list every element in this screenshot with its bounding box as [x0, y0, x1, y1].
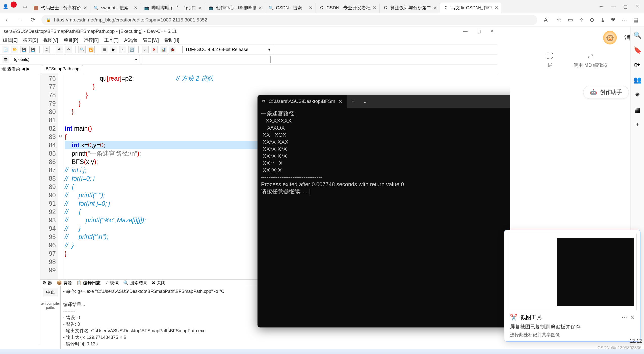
- menu-item[interactable]: AStyle: [124, 38, 137, 43]
- terminal-new-tab[interactable]: +: [347, 99, 359, 104]
- plus-icon[interactable]: +: [635, 121, 639, 129]
- symbols-select[interactable]: [142, 56, 271, 63]
- star-icon[interactable]: ✴: [635, 91, 640, 99]
- start-icon[interactable]: [5, 349, 14, 354]
- abort-button[interactable]: 中止: [43, 288, 58, 296]
- fullscreen-button[interactable]: ⛶ 屏: [547, 52, 553, 68]
- tb-find-icon[interactable]: 🔍: [79, 46, 86, 53]
- tab-close-icon[interactable]: ✕: [309, 5, 313, 11]
- file-tab[interactable]: BFSmapPath.cpp: [42, 65, 83, 73]
- tb-redo-icon[interactable]: ↷: [65, 46, 72, 53]
- output-tab[interactable]: 🔍 搜索结果: [123, 280, 147, 286]
- tb-debug-icon[interactable]: ✓: [142, 46, 149, 53]
- md-editor-button[interactable]: ⇄ 使用 MD 编辑器: [573, 52, 607, 68]
- tb-saveall-icon[interactable]: 💾: [29, 46, 36, 53]
- tb-rebuild-icon[interactable]: 🔄: [128, 46, 135, 53]
- avatar[interactable]: 🐵: [603, 31, 617, 44]
- tb-print-icon[interactable]: 🖨: [43, 46, 50, 53]
- tb-new-icon[interactable]: 📄: [2, 46, 9, 53]
- terminal-window[interactable]: ⧉ C:\Users\ASUS\Desktop\BFSm ✕ + ⌄ 一条迷宫路…: [257, 95, 540, 327]
- browser-tab[interactable]: C算法设计与分析第二✕: [380, 3, 440, 13]
- extensions-icon[interactable]: ⊕: [590, 17, 594, 23]
- tb-compile-icon[interactable]: ▦: [101, 46, 108, 53]
- tb-compile-run-icon[interactable]: ⏯: [119, 46, 126, 53]
- terminal-dropdown-icon[interactable]: ⌄: [359, 98, 371, 104]
- snip-close-icon[interactable]: ✕: [630, 314, 635, 321]
- tb-run-icon[interactable]: ▶: [110, 46, 117, 53]
- snip-notification[interactable]: ✂️ 截图工具 ⋯ ✕ 屏幕截图已复制到剪贴板并保存 选择此处标记并共享图像: [504, 230, 640, 342]
- more-icon[interactable]: ⋯: [622, 17, 627, 23]
- people-icon[interactable]: 👥: [633, 76, 641, 84]
- menu-item[interactable]: 视图[V]: [43, 37, 58, 43]
- sidebar-tab[interactable]: ▶: [27, 66, 30, 72]
- tab-close-icon[interactable]: ✕: [433, 5, 437, 11]
- compiler-select[interactable]: TDM-GCC 4.9.2 64-bit Release ▾: [182, 46, 273, 53]
- browser-tab[interactable]: 🔍swprint - 搜索✕: [90, 3, 141, 13]
- menu-item[interactable]: 工具[T]: [104, 37, 119, 43]
- terminal-tab-close-icon[interactable]: ✕: [338, 99, 342, 104]
- taskbar[interactable]: [0, 349, 644, 354]
- output-tab[interactable]: ⚙ 器: [42, 280, 52, 286]
- menu-item[interactable]: 搜索[S]: [23, 37, 38, 43]
- favorites-bar-icon[interactable]: ✧: [579, 17, 584, 23]
- tb-debug2-icon[interactable]: 🐞: [169, 46, 176, 53]
- sidebar-tab[interactable]: 理: [2, 66, 6, 72]
- maximize-icon[interactable]: ▢: [623, 4, 628, 9]
- tb-save-icon[interactable]: 💾: [20, 46, 27, 53]
- workspaces-icon[interactable]: ▭: [22, 4, 28, 10]
- creative-assistant-button[interactable]: 🤖 创作助手: [583, 86, 629, 99]
- output-tab[interactable]: ✓ 调试: [105, 280, 119, 286]
- search-icon[interactable]: 🔍: [633, 31, 641, 39]
- favorite-icon[interactable]: ☆: [557, 17, 562, 23]
- downloads-icon[interactable]: ⤓: [600, 17, 605, 23]
- tb-replace-icon[interactable]: 🔁: [88, 46, 95, 53]
- tab-close-icon[interactable]: ✕: [83, 5, 87, 11]
- url-input[interactable]: 🔒 https://mp.csdn.net/mp_blog/creation/e…: [41, 15, 537, 25]
- profile-icon[interactable]: 👤: [3, 4, 9, 10]
- devcpp-maximize-icon[interactable]: ▢: [477, 29, 481, 34]
- snip-more-icon[interactable]: ⋯: [622, 314, 627, 321]
- browser-tab[interactable]: 🔍CSDN - 搜索✕: [265, 3, 316, 13]
- browser-tab[interactable]: 📺创作中心 - 哔哩哔哩✕: [205, 3, 265, 13]
- tab-close-icon[interactable]: ✕: [134, 5, 138, 11]
- output-tab[interactable]: 📋 编译日志: [76, 280, 100, 286]
- tb-profile-icon[interactable]: 📊: [160, 46, 167, 53]
- collections-icon[interactable]: ▭: [568, 17, 573, 23]
- tag-icon[interactable]: 🔖: [633, 46, 641, 54]
- menu-item[interactable]: 运行[R]: [84, 37, 99, 43]
- read-aloud-icon[interactable]: A⁺: [544, 17, 551, 23]
- globals-select[interactable]: (globals) ▾: [11, 56, 140, 63]
- tb-stop-icon[interactable]: ✖: [151, 46, 158, 53]
- browser-tab[interactable]: CCSDN - 专业开发者社✕: [316, 3, 380, 13]
- tab-close-icon[interactable]: ✕: [495, 5, 498, 11]
- tab-close-icon[interactable]: ✕: [198, 5, 202, 11]
- menu-item[interactable]: 帮助[H]: [164, 37, 179, 43]
- sidebar-tab[interactable]: ◀: [22, 66, 25, 72]
- tab-close-icon[interactable]: ✕: [258, 5, 262, 11]
- tb-undo-icon[interactable]: ↶: [56, 46, 63, 53]
- new-tab-button[interactable]: +: [596, 0, 606, 13]
- sidebar-tab[interactable]: 查看类: [7, 66, 20, 72]
- devcpp-minimize-icon[interactable]: —: [463, 29, 468, 34]
- menu-item[interactable]: 编辑[E]: [3, 37, 18, 43]
- grid-icon[interactable]: ▦: [634, 106, 640, 114]
- tb-indent-icon[interactable]: ☰: [2, 56, 9, 63]
- menu-item[interactable]: 项目[P]: [64, 37, 78, 43]
- terminal-tab[interactable]: ⧉ C:\Users\ASUS\Desktop\BFSm ✕: [257, 95, 347, 108]
- shopping-icon[interactable]: 🛍: [634, 61, 641, 69]
- tab-close-icon[interactable]: ✕: [373, 5, 376, 11]
- tb-open-icon[interactable]: 📂: [11, 46, 18, 53]
- devcpp-close-icon[interactable]: ✕: [490, 29, 494, 34]
- browser-tab[interactable]: 🟫代码巴士 - 分享有价✕: [30, 3, 90, 13]
- close-icon[interactable]: ✕: [635, 4, 639, 9]
- browser-tab[interactable]: C写文章-CSDN创作中✕: [440, 3, 501, 13]
- sidebar-toggle-icon[interactable]: ▤: [633, 17, 638, 23]
- performance-icon[interactable]: ❤: [611, 17, 615, 23]
- back-icon[interactable]: ←: [4, 16, 12, 24]
- output-tab[interactable]: 📦 资源: [57, 280, 72, 286]
- refresh-icon[interactable]: ⟳: [29, 16, 37, 24]
- menu-item[interactable]: 窗口[W]: [143, 37, 159, 43]
- browser-tab[interactable]: 📺哔哩哔哩 ( ゜- ゜)つ口✕: [141, 3, 205, 13]
- output-tab[interactable]: ✖ 关闭: [152, 280, 165, 286]
- minimize-icon[interactable]: —: [611, 4, 616, 9]
